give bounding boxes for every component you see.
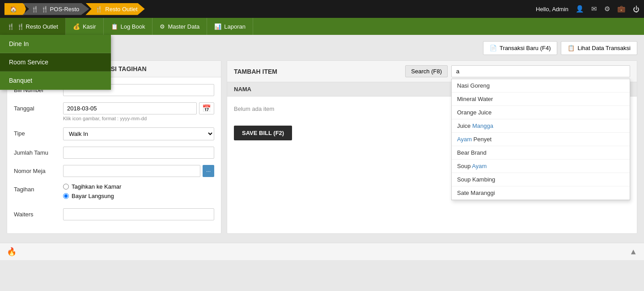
autocomplete-item-soup-ayam[interactable]: Soup Ayam xyxy=(452,160,630,173)
autocomplete-item-juice-mangga[interactable]: Juice Mangga xyxy=(452,119,630,133)
hello-text: Hello, Admin xyxy=(536,6,568,13)
nav-label-resto: 🍴 Resto Outlet xyxy=(17,23,58,30)
autocomplete-item-nasi-goreng[interactable]: Nasi Goreng xyxy=(452,79,630,93)
pos-label: 🍴 POS-Resto xyxy=(41,6,79,13)
new-transaction-label: Transaksi Baru (F4) xyxy=(500,45,551,51)
dropdown-item-dinein[interactable]: Dine In xyxy=(0,35,111,53)
home-icon: 🏠 xyxy=(10,6,17,13)
nomor-meja-lookup-button[interactable]: ··· xyxy=(203,165,214,177)
item-panel-title: TAMBAH ITEM xyxy=(234,68,277,75)
breadcrumb-pos[interactable]: 🍴 🍴 POS-Resto xyxy=(22,3,89,15)
top-bar: 🏠 🍴 🍴 POS-Resto 🍴 Resto Outlet Hello, Ad… xyxy=(0,0,644,18)
search-input[interactable] xyxy=(451,65,630,77)
nav-item-logbook[interactable]: 📋 Log Book xyxy=(104,18,153,35)
waiters-label: Waiters xyxy=(14,208,63,218)
tipe-row: Tipe Walk In Dine In Room Service Banque… xyxy=(14,127,214,140)
nomor-meja-label: Nomor Meja xyxy=(14,165,63,174)
item-panel: TAMBAH ITEM Search (F8) Nasi Goreng xyxy=(227,60,637,234)
power-icon[interactable]: ⏻ xyxy=(633,5,640,13)
radio-bayar-langsung[interactable] xyxy=(63,193,69,199)
autocomplete-item-soup-kambing[interactable]: Soup Kambing xyxy=(452,173,630,186)
user-icon[interactable]: 👤 xyxy=(576,5,584,13)
home-button[interactable]: 🏠 xyxy=(4,3,26,15)
nav-label-masterdata: Master Data xyxy=(168,23,199,30)
radio-bayar-label: Bayar Langsung xyxy=(72,193,114,199)
dropdown-item-banquet[interactable]: Banquet xyxy=(0,72,111,90)
pos-icon: 🍴 xyxy=(31,6,38,13)
waiters-row: Waiters xyxy=(14,208,214,220)
arrow-up-icon[interactable]: ▲ xyxy=(629,247,637,257)
footer: 🔥 ▲ xyxy=(0,243,644,260)
autocomplete-item-mineral-water[interactable]: Mineral Water xyxy=(452,93,630,106)
jumlah-tamu-input[interactable] xyxy=(63,147,214,159)
nav-icon-logbook: 📋 xyxy=(111,23,118,30)
date-hint: Klik icon gambar, format : yyyy-mm-dd xyxy=(63,116,214,121)
calendar-button[interactable]: 📅 xyxy=(199,102,214,114)
breadcrumb: 🏠 🍴 🍴 POS-Resto 🍴 Resto Outlet xyxy=(4,3,145,15)
nomor-meja-row: Nomor Meja ··· xyxy=(14,165,214,177)
search-button[interactable]: Search (F8) xyxy=(405,65,448,77)
nomor-meja-input[interactable] xyxy=(63,165,200,177)
nav-icon-resto: 🍴 xyxy=(7,23,14,30)
nav-label-laporan: Laporan xyxy=(224,23,246,30)
radio-tagihkan-kamar[interactable] xyxy=(63,184,69,190)
tanggal-wrap: 📅 Klik icon gambar, format : yyyy-mm-dd xyxy=(63,102,214,121)
tipe-wrap: Walk In Dine In Room Service Banquet xyxy=(63,127,214,140)
tipe-label: Tipe xyxy=(14,127,63,137)
outlet-label: Resto Outlet xyxy=(105,6,137,13)
top-bar-right: Hello, Admin 👤 ✉ ⚙ 💼 ⏻ xyxy=(536,5,640,13)
date-input[interactable] xyxy=(63,102,197,114)
new-transaction-icon: 📄 xyxy=(490,45,497,51)
autocomplete-item-sate-maranggi[interactable]: Sate Maranggi xyxy=(452,186,630,200)
item-header: TAMBAH ITEM Search (F8) Nasi Goreng xyxy=(227,61,637,82)
nav-item-masterdata[interactable]: ⚙ Master Data xyxy=(153,18,207,35)
waiters-input[interactable] xyxy=(63,208,214,220)
nav-item-laporan[interactable]: 📊 Laporan xyxy=(207,18,253,35)
search-button-label: Search (F8) xyxy=(411,68,442,75)
nav-bar: 🍴 🍴 Resto Outlet 💰 Kasir 📋 Log Book ⚙ Ma… xyxy=(0,18,644,35)
tagihan-label: Tagihan xyxy=(14,183,63,193)
dropdown-item-roomservice[interactable]: Room Service xyxy=(0,53,111,72)
search-input-wrap: Nasi Goreng Mineral Water Orange Juice J… xyxy=(451,65,630,77)
new-transaction-button[interactable]: 📄 Transaksi Baru (F4) xyxy=(483,41,557,55)
nav-label-logbook: Log Book xyxy=(121,23,145,30)
autocomplete-item-orange-juice[interactable]: Orange Juice xyxy=(452,106,630,119)
dropdown-menu: Dine In Room Service Banquet xyxy=(0,35,111,90)
fire-icon: 🔥 xyxy=(7,247,17,257)
nav-item-resto-outlet[interactable]: 🍴 🍴 Resto Outlet xyxy=(0,18,66,35)
view-transactions-icon: 📋 xyxy=(568,45,575,51)
nomor-meja-wrap: ··· xyxy=(63,165,214,177)
nav-icon-masterdata: ⚙ xyxy=(160,23,165,30)
tipe-select[interactable]: Walk In Dine In Room Service Banquet xyxy=(63,127,214,140)
nav-icon-kasir: 💰 xyxy=(73,23,80,30)
tanggal-row: Tanggal 📅 Klik icon gambar, format : yyy… xyxy=(14,102,214,121)
radio-kamar-label: Tagihkan ke Kamar xyxy=(72,183,121,190)
jumlah-tamu-wrap xyxy=(63,147,214,159)
billing-body: Bill Number Tanggal 📅 Klik icon gambar, … xyxy=(7,77,221,233)
autocomplete-dropdown: Nasi Goreng Mineral Water Orange Juice J… xyxy=(451,79,630,200)
radio-bayar-row: Bayar Langsung xyxy=(63,193,214,199)
autocomplete-item-ayam-penyet[interactable]: Ayam Penyet xyxy=(452,133,630,146)
breadcrumb-outlet[interactable]: 🍴 Resto Outlet xyxy=(85,3,144,15)
view-transactions-label: Lihat Data Transaksi xyxy=(577,45,631,51)
tagihan-row: Tagihan Tagihkan ke Kamar Bayar Langsung xyxy=(14,183,214,202)
tagihan-wrap: Tagihkan ke Kamar Bayar Langsung xyxy=(63,183,214,202)
jumlah-tamu-label: Jumlah Tamu xyxy=(14,147,63,156)
view-transactions-button[interactable]: 📋 Lihat Data Transaksi xyxy=(561,41,637,55)
save-bill-button[interactable]: SAVE BILL (F2) xyxy=(234,126,292,140)
nav-icon-laporan: 📊 xyxy=(214,23,221,30)
outlet-icon: 🍴 xyxy=(95,6,102,13)
search-area: Search (F8) Nasi Goreng Mineral Water xyxy=(405,65,630,77)
gear-icon[interactable]: ⚙ xyxy=(604,5,610,13)
wallet-icon[interactable]: 💼 xyxy=(617,5,626,13)
waiters-wrap xyxy=(63,208,214,220)
nav-item-kasir[interactable]: 💰 Kasir xyxy=(66,18,104,35)
tanggal-label: Tanggal xyxy=(14,102,63,112)
nav-label-kasir: Kasir xyxy=(83,23,96,30)
mail-icon[interactable]: ✉ xyxy=(591,5,597,13)
radio-kamar-row: Tagihkan ke Kamar xyxy=(63,183,214,190)
autocomplete-item-bear-brand[interactable]: Bear Brand xyxy=(452,146,630,160)
jumlah-tamu-row: Jumlah Tamu xyxy=(14,147,214,159)
